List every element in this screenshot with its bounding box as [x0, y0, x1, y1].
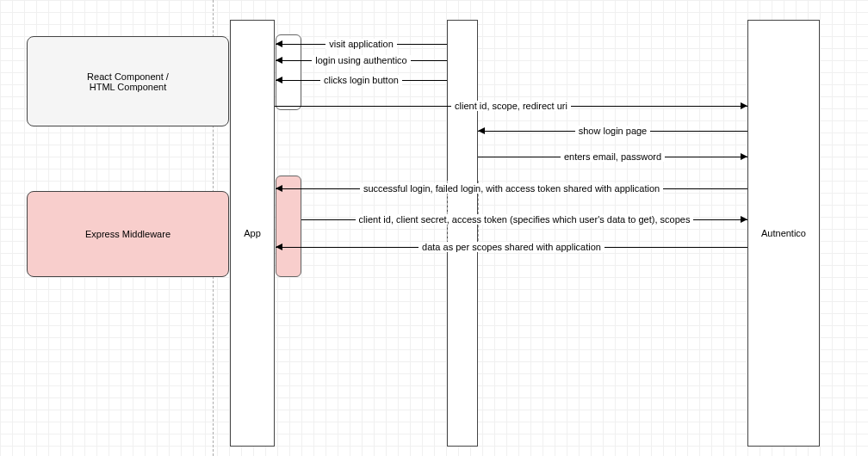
arrow-data-scopes: data as per scopes shared with applicati…: [276, 241, 747, 253]
arrow-enters-email-password: enters email, password: [478, 151, 747, 163]
diagram-canvas: React Component / HTML Component Express…: [0, 0, 868, 456]
user-lifeline: [447, 20, 478, 447]
arrow-successful-login: successful login, failed login, with acc…: [276, 182, 747, 194]
msg-client-id-scope: client id, scope, redirect uri: [451, 101, 571, 111]
arrow-visit-application: visit application: [276, 38, 447, 50]
arrowhead-right-icon: [741, 102, 747, 109]
authentico-lifeline: Autnentico: [747, 20, 820, 447]
msg-login-authentico: login using authentico: [312, 55, 410, 65]
arrowhead-right-icon: [741, 216, 747, 223]
arrowhead-left-icon: [276, 40, 282, 47]
arrow-client-secret: client id, client secret, access token (…: [301, 213, 747, 225]
msg-visit-application: visit application: [326, 39, 397, 49]
react-component-box: React Component / HTML Component: [27, 36, 229, 126]
msg-successful-login: successful login, failed login, with acc…: [360, 183, 663, 194]
arrow-login-using-authentico: login using authentico: [276, 54, 447, 66]
app-lifeline-label: App: [244, 228, 261, 238]
react-component-label: React Component / HTML Component: [87, 71, 169, 92]
authentico-lifeline-label: Autnentico: [761, 228, 806, 238]
msg-enters-email: enters email, password: [561, 151, 665, 162]
arrowhead-left-icon: [276, 77, 282, 83]
arrowhead-left-icon: [478, 127, 485, 134]
arrowhead-left-icon: [276, 185, 282, 192]
msg-client-secret: client id, client secret, access token (…: [356, 214, 694, 225]
express-middleware-box: Express Middleware: [27, 191, 229, 277]
msg-data-scopes: data as per scopes shared with applicati…: [418, 242, 604, 252]
app-lifeline: App: [230, 20, 275, 447]
msg-clicks-login-button: clicks login button: [320, 75, 402, 85]
msg-show-login-page: show login page: [575, 126, 651, 136]
arrowhead-right-icon: [741, 153, 747, 160]
arrowhead-left-icon: [276, 243, 282, 250]
arrow-client-id-scope: client id, scope, redirect uri: [275, 100, 747, 112]
arrow-show-login-page: show login page: [478, 125, 747, 137]
arrow-clicks-login-button: clicks login button: [276, 74, 447, 86]
express-middleware-label: Express Middleware: [85, 229, 170, 239]
arrowhead-left-icon: [276, 57, 282, 64]
